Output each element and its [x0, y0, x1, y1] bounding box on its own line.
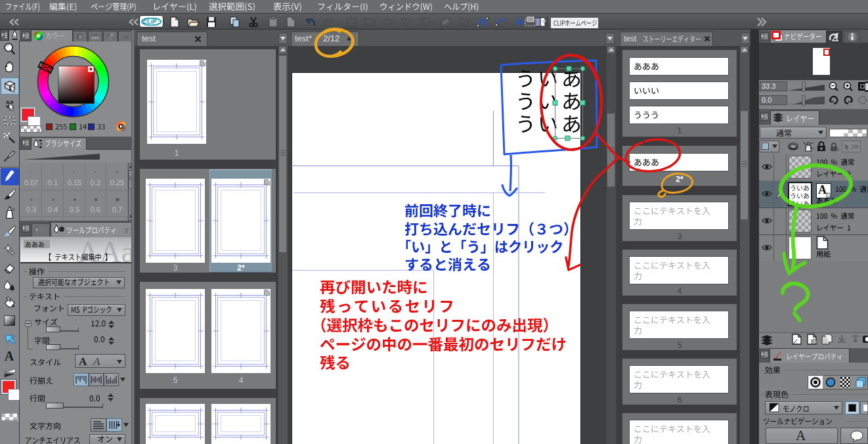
svg-text:A: A — [93, 355, 100, 366]
svg-text:A: A — [79, 355, 87, 366]
svg-text:A: A — [5, 349, 14, 363]
